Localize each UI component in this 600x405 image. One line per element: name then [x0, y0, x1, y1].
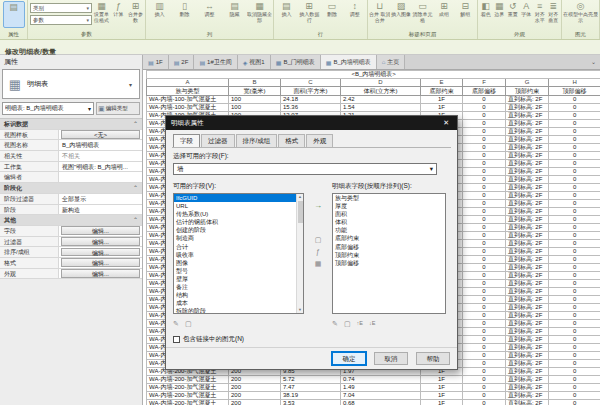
table-cell[interactable]: 1F: [421, 384, 463, 392]
table-cell[interactable]: 0: [463, 128, 506, 136]
table-cell[interactable]: 0: [549, 352, 600, 360]
dialog-tab-外观[interactable]: 外观: [306, 134, 333, 147]
column-letter[interactable]: A: [147, 79, 229, 87]
table-cell[interactable]: 200: [229, 392, 281, 400]
list-item[interactable]: 面积: [333, 210, 445, 218]
view-tab[interactable]: ▤2F: [169, 55, 195, 69]
chevron-down-icon[interactable]: ▾: [129, 81, 139, 88]
table-cell[interactable]: 5.72: [281, 376, 341, 384]
table-cell[interactable]: 0: [463, 192, 506, 200]
column-letter[interactable]: C: [281, 79, 341, 87]
table-cell[interactable]: 直到标高: 2F: [506, 168, 549, 176]
type-selector[interactable]: ▦ 明细表 ▾: [2, 69, 140, 99]
table-row[interactable]: WA-内墙-100-加气混凝土10015.361.541F0直到标高: 2F0: [147, 104, 600, 112]
ribbon-button[interactable]: ◎在模型中高亮显示: [563, 1, 598, 28]
ribbon-button[interactable]: ⊟解组: [455, 1, 476, 28]
table-cell[interactable]: 直到标高: 2F: [506, 344, 549, 352]
property-value[interactable]: 编辑...: [58, 247, 142, 257]
table-cell[interactable]: 0: [549, 328, 600, 336]
list-item[interactable]: 创建的阶段: [174, 226, 303, 234]
table-cell[interactable]: 直到标高: 2F: [506, 160, 549, 168]
ribbon-button[interactable]: ▨插入图像: [390, 1, 411, 28]
table-cell[interactable]: 0: [463, 384, 506, 392]
table-cell[interactable]: 0: [463, 344, 506, 352]
table-cell[interactable]: 直到标高: 2F: [506, 216, 549, 224]
ribbon-dropdown[interactable]: 类别▾: [30, 3, 92, 13]
table-cell[interactable]: 0: [463, 376, 506, 384]
dialog-button-帮助[interactable]: 帮助: [416, 352, 450, 365]
table-cell[interactable]: 0: [549, 104, 600, 112]
table-cell[interactable]: 0: [463, 256, 506, 264]
table-cell[interactable]: 0: [463, 280, 506, 288]
property-value[interactable]: 编辑...: [58, 237, 142, 247]
table-cell[interactable]: 0: [549, 368, 600, 376]
table-cell[interactable]: 0.68: [341, 400, 421, 405]
column-header[interactable]: 顶部偏移: [549, 87, 600, 96]
table-cell[interactable]: 直到标高: 2F: [506, 376, 549, 384]
view-tab[interactable]: ▦B_门明细表: [271, 55, 321, 69]
table-cell[interactable]: 0: [463, 96, 506, 104]
list-item[interactable]: 备注: [174, 283, 303, 291]
list-item[interactable]: 族与类型: [333, 194, 445, 202]
list-item[interactable]: 合计: [174, 243, 303, 251]
view-tab[interactable]: ▤1F: [143, 55, 169, 69]
table-cell[interactable]: 0: [463, 152, 506, 160]
table-cell[interactable]: 0: [463, 168, 506, 176]
table-cell[interactable]: 0: [463, 144, 506, 152]
table-cell[interactable]: 0: [549, 280, 600, 288]
scroll-down-icon[interactable]: ▼: [297, 307, 303, 313]
ribbon-button[interactable]: ▦取消隐藏全部: [247, 1, 272, 28]
list-item[interactable]: 体积: [333, 218, 445, 226]
table-cell[interactable]: 直到标高: 2F: [506, 208, 549, 216]
table-row[interactable]: WA-内墙-100-加气混凝土10024.182.421F0直到标高: 2F0: [147, 96, 600, 104]
table-cell[interactable]: 7.04: [341, 392, 421, 400]
edit-scheduled-field-icon[interactable]: ✎: [332, 319, 338, 328]
table-cell[interactable]: 0: [463, 264, 506, 272]
table-cell[interactable]: 0: [549, 256, 600, 264]
table-cell[interactable]: 0: [549, 312, 600, 320]
property-value[interactable]: 编辑...: [58, 258, 142, 268]
table-cell[interactable]: 0: [463, 352, 506, 360]
table-cell[interactable]: 直到标高: 2F: [506, 304, 549, 312]
ribbon-button[interactable]: ▭删除: [321, 1, 344, 28]
table-cell[interactable]: 0: [549, 112, 600, 120]
list-item[interactable]: IfcGUID: [174, 194, 303, 202]
table-cell[interactable]: 0: [549, 304, 600, 312]
list-item[interactable]: 功能: [333, 226, 445, 234]
dialog-tab-排序/成组[interactable]: 排序/成组: [236, 134, 278, 147]
list-item[interactable]: 制造商: [174, 234, 303, 242]
table-cell[interactable]: 直到标高: 2F: [506, 184, 549, 192]
table-cell[interactable]: WA-内墙-200-加气混凝土: [147, 384, 229, 392]
table-cell[interactable]: 1F: [421, 392, 463, 400]
column-letter[interactable]: E: [421, 79, 463, 87]
ribbon-button[interactable]: ⊞合并参数: [127, 1, 144, 28]
property-section-header[interactable]: 其他⌃: [0, 215, 142, 226]
table-cell[interactable]: 3.53: [281, 400, 341, 405]
ribbon-button[interactable]: ▤插入: [275, 1, 298, 28]
property-value[interactable]: [58, 172, 142, 182]
table-cell[interactable]: 200: [229, 384, 281, 392]
view-tab[interactable]: ▦B_内墙明细表: [321, 55, 377, 69]
table-cell[interactable]: 0: [463, 392, 506, 400]
dialog-tab-字段[interactable]: 字段: [173, 134, 200, 147]
table-cell[interactable]: 直到标高: 2F: [506, 360, 549, 368]
table-cell[interactable]: 15.36: [281, 104, 341, 112]
table-cell[interactable]: 0: [549, 336, 600, 344]
table-row[interactable]: WA-内墙-200-加气混凝土2005.720.741F0直到标高: 2F0: [147, 376, 600, 384]
table-cell[interactable]: 0: [549, 160, 600, 168]
table-cell[interactable]: 0: [549, 320, 600, 328]
table-cell[interactable]: 0: [549, 344, 600, 352]
edit-type-button[interactable]: ▣ 编辑类型: [96, 102, 140, 115]
column-letter[interactable]: G: [506, 79, 549, 87]
table-cell[interactable]: 1.54: [341, 104, 421, 112]
table-cell[interactable]: 0: [549, 184, 600, 192]
column-header[interactable]: 底部约束: [421, 87, 463, 96]
table-cell[interactable]: 1.49: [341, 384, 421, 392]
table-cell[interactable]: 直到标高: 2F: [506, 288, 549, 296]
table-cell[interactable]: 0: [463, 224, 506, 232]
table-cell[interactable]: 0: [549, 240, 600, 248]
table-cell[interactable]: 100: [229, 96, 281, 104]
table-cell[interactable]: 1F: [421, 400, 463, 405]
table-cell[interactable]: 0: [463, 328, 506, 336]
table-cell[interactable]: 0: [549, 296, 600, 304]
